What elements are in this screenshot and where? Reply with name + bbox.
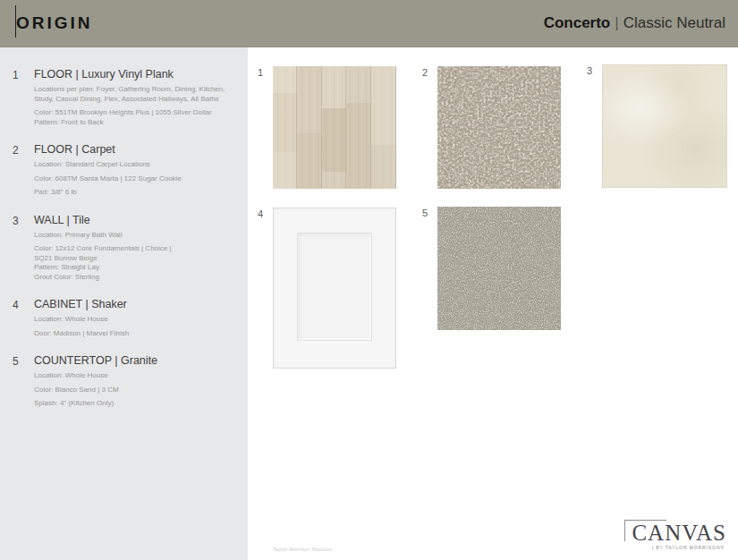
spec-item-title: WALL | Tile — [34, 214, 233, 226]
spec-item-number: 4 — [13, 298, 34, 343]
spec-detail-line: Pattern: Front to Back — [34, 118, 233, 128]
canvas-logo: CANVAS |BY TAYLOR MORRISON® — [628, 522, 726, 550]
spec-item-number: 1 — [13, 68, 34, 132]
origin-logo-bar — [15, 5, 16, 38]
spec-item-body: CABINET | ShakerLocation: Whole HouseDoo… — [34, 298, 233, 343]
granite-swatch — [437, 207, 561, 330]
cabinet-recessed-panel — [297, 233, 372, 341]
spec-detail-line: Door: Madison | Marvel Finish — [34, 329, 233, 339]
swatch-number-1: 1 — [258, 67, 268, 78]
spec-detail-line: Location: Whole House — [34, 315, 233, 325]
header: ORIGIN Concerto|Classic Neutral — [0, 0, 738, 47]
brand-name: ORIGIN — [16, 13, 93, 32]
spec-list: 1FLOOR | Luxury Vinyl PlankLocations per… — [13, 68, 233, 413]
spec-detail-line: Pad: 3/8" 6 lb — [34, 188, 233, 198]
spec-item-5: 5COUNTERTOP | GraniteLocation: Whole Hou… — [13, 354, 233, 413]
spec-detail-group: Color: 12x12 Core Fundamentals | Choice … — [34, 244, 233, 282]
spec-item-body: FLOOR | CarpetLocation: Standard Carpet … — [34, 143, 233, 202]
spec-item-body: WALL | TileLocation: Primary Bath WallCo… — [34, 214, 233, 287]
origin-logo: ORIGIN — [11, 13, 93, 33]
spec-detail-line: SQ21 Burrow Beige — [34, 254, 233, 264]
luxury-vinyl-plank-swatch — [273, 66, 396, 189]
canvas-logo-frame — [624, 520, 666, 541]
spec-detail-group: Color: 608TM Santa Marta | 122 Sugar Coo… — [34, 174, 233, 184]
wood-grain-overlay — [273, 66, 396, 189]
swatch-number-4: 4 — [258, 208, 268, 219]
spec-detail-line: Locations per plan: Foyer, Gathering Roo… — [34, 85, 233, 104]
spec-detail-group: Pad: 3/8" 6 lb — [34, 188, 233, 198]
scheme-title: Concerto|Classic Neutral — [544, 14, 725, 32]
spec-detail-line: Color: 551TM Brooklyn Heights Plus | 105… — [34, 108, 233, 118]
spec-item-4: 4CABINET | ShakerLocation: Whole HouseDo… — [13, 298, 233, 343]
spec-detail-group: Location: Whole House — [34, 315, 233, 325]
spec-item-title: FLOOR | Carpet — [34, 143, 233, 156]
scheme-divider: | — [610, 14, 623, 31]
spec-detail-line: Location: Standard Carpet Locations — [34, 160, 233, 170]
spec-item-body: COUNTERTOP | GraniteLocation: Whole Hous… — [34, 354, 233, 413]
spec-detail-line: Pattern: Straight Lay — [34, 263, 233, 273]
watermark: Taylor Morrison Houston — [273, 547, 333, 552]
spec-detail-group: Color: Blanco Sand | 3 CM — [34, 386, 233, 395]
collection-name: Concerto — [544, 14, 611, 31]
spec-detail-line: Splash: 4" (Kitchen Only) — [34, 399, 233, 409]
spec-item-number: 5 — [13, 354, 34, 413]
spec-detail-group: Splash: 4" (Kitchen Only) — [34, 399, 233, 409]
spec-item-2: 2FLOOR | CarpetLocation: Standard Carpet… — [13, 143, 233, 202]
spec-detail-line: Color: 608TM Santa Marta | 122 Sugar Coo… — [34, 174, 233, 184]
spec-item-title: FLOOR | Luxury Vinyl Plank — [34, 68, 233, 81]
carpet-swatch — [437, 66, 561, 189]
spec-detail-group: Color: 551TM Brooklyn Heights Plus | 105… — [34, 108, 233, 127]
spec-item-title: CABINET | Shaker — [34, 298, 233, 310]
spec-detail-group: Door: Madison | Marvel Finish — [34, 329, 233, 339]
spec-item-title: COUNTERTOP | Granite — [34, 354, 233, 367]
spec-item-number: 3 — [13, 214, 34, 287]
spec-detail-line: Location: Whole House — [34, 371, 233, 381]
swatch-number-5: 5 — [422, 208, 433, 218]
spec-item-number: 2 — [13, 143, 34, 202]
spec-detail-group: Location: Whole House — [34, 371, 233, 381]
spec-detail-line: Color: 12x12 Core Fundamentals | Choice … — [34, 244, 233, 254]
canvas-logo-subtitle-text: BY TAYLOR MORRISON® — [656, 545, 725, 550]
palette-name: Classic Neutral — [623, 14, 725, 31]
spec-sidebar: 1FLOOR | Luxury Vinyl PlankLocations per… — [0, 47, 248, 560]
spec-detail-line: Color: Blanco Sand | 3 CM — [34, 386, 233, 395]
spec-detail-line: Grout Color: Sterling — [34, 273, 233, 283]
spec-detail-group: Location: Standard Carpet Locations — [34, 160, 233, 170]
spec-detail-group: Locations per plan: Foyer, Gathering Roo… — [34, 85, 233, 104]
canvas-logo-subtitle: |BY TAYLOR MORRISON® — [628, 545, 726, 550]
spec-item-1: 1FLOOR | Luxury Vinyl PlankLocations per… — [13, 68, 233, 132]
cabinet-door-swatch — [273, 208, 396, 369]
spec-detail-group: Location: Primary Bath Wall — [34, 231, 233, 241]
swatch-number-3: 3 — [587, 65, 598, 76]
spec-detail-line: Location: Primary Bath Wall — [34, 231, 233, 241]
tile-swatch — [602, 64, 727, 188]
spec-item-body: FLOOR | Luxury Vinyl PlankLocations per … — [34, 68, 233, 132]
spec-item-3: 3WALL | TileLocation: Primary Bath WallC… — [13, 214, 233, 287]
swatch-number-2: 2 — [422, 67, 433, 78]
design-scheme-page: ORIGIN Concerto|Classic Neutral 1FLOOR |… — [0, 0, 738, 560]
